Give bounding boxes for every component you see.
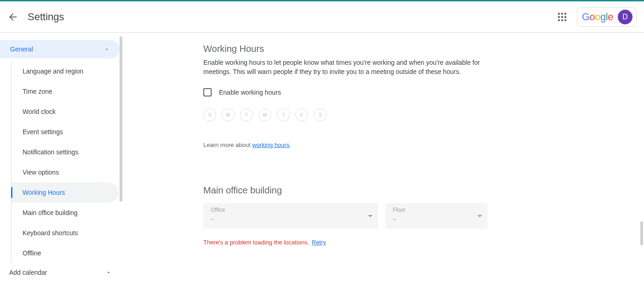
section-title-main-office: Main office building — [203, 185, 629, 196]
working-hours-link[interactable]: working hours — [252, 142, 289, 148]
header-right: Google D — [553, 7, 637, 27]
day-toggle-sat: S — [314, 108, 327, 121]
location-error-row: There's a problem loading the locations.… — [203, 239, 629, 246]
day-toggle-thu: T — [277, 108, 290, 121]
back-button[interactable] — [7, 11, 18, 23]
dropdown-caret-icon — [477, 215, 482, 217]
sidebar-item-label: View options — [23, 169, 59, 176]
day-toggle-mon: M — [222, 108, 235, 121]
day-toggle-fri: F — [295, 108, 308, 121]
apps-grid-icon — [558, 13, 566, 21]
sidebar-item-label: Main office building — [23, 209, 78, 216]
enable-working-hours-label: Enable working hours — [219, 89, 281, 96]
sidebar-item-keyboard-shortcuts[interactable]: Keyboard shortcuts — [12, 223, 119, 243]
enable-working-hours-checkbox[interactable] — [203, 88, 212, 96]
retry-link[interactable]: Retry — [312, 239, 326, 246]
google-logo: Google — [582, 11, 613, 23]
sidebar-item-offline[interactable]: Offline — [12, 243, 119, 263]
sidebar-item-main-office-building[interactable]: Main office building — [12, 203, 119, 223]
sidebar-item-label: Working Hours — [23, 189, 65, 196]
chevron-down-icon — [105, 269, 112, 276]
learn-more-text: Learn more about working hours. — [203, 142, 629, 148]
office-dropdown-value: – — [211, 215, 373, 222]
chevron-up-icon — [103, 45, 110, 53]
content-area: General Language and region Time zone Wo… — [0, 33, 644, 283]
sidebar-item-language-and-region[interactable]: Language and region — [12, 61, 119, 81]
arrow-left-icon — [7, 11, 18, 23]
floor-dropdown-label: Floor — [393, 207, 482, 213]
enable-working-hours-row: Enable working hours — [203, 88, 629, 96]
section-title-working-hours: Working Hours — [203, 44, 629, 54]
sidebar-item-working-hours[interactable]: Working Hours — [12, 182, 119, 203]
sidebar-group-add-calendar[interactable]: Add calendar — [0, 263, 121, 276]
sidebar-item-label: Offline — [23, 249, 41, 257]
day-toggle-wed: W — [259, 108, 271, 121]
learn-prefix: Learn more about — [203, 142, 252, 148]
page-title: Settings — [28, 11, 64, 23]
header-left: Settings — [7, 11, 64, 23]
office-row: Office – Floor – — [203, 203, 629, 229]
sidebar-nav-list: Language and region Time zone World cloc… — [11, 61, 121, 263]
sidebar-item-label: Language and region — [23, 68, 83, 75]
floor-dropdown[interactable]: Floor – — [385, 203, 488, 229]
working-hours-description: Enable working hours to let people know … — [203, 58, 507, 76]
account-card[interactable]: Google D — [577, 7, 637, 27]
office-dropdown[interactable]: Office – — [203, 203, 378, 229]
learn-period: . — [289, 142, 291, 148]
add-calendar-label: Add calendar — [9, 269, 47, 276]
sidebar-item-world-clock[interactable]: World clock — [12, 102, 119, 122]
sidebar-group-general[interactable]: General — [0, 40, 120, 58]
sidebar-item-time-zone[interactable]: Time zone — [12, 81, 119, 102]
sidebar-item-label: Keyboard shortcuts — [23, 229, 78, 237]
sidebar-item-label: Time zone — [23, 88, 52, 95]
day-toggle-tue: T — [240, 108, 253, 121]
page-header: Settings Google D — [0, 1, 644, 33]
day-toggle-sun: S — [203, 108, 216, 121]
sidebar-group-label: General — [10, 45, 33, 53]
sidebar-item-label: Notification settings — [23, 148, 78, 156]
sidebar-item-label: World clock — [23, 108, 56, 115]
sidebar-item-event-settings[interactable]: Event settings — [12, 122, 119, 142]
location-error-message: There's a problem loading the locations. — [203, 239, 309, 246]
sidebar-item-label: Event settings — [23, 128, 63, 136]
sidebar-item-view-options[interactable]: View options — [12, 162, 119, 182]
weekday-row: S M T W T F S — [203, 108, 629, 121]
floor-dropdown-value: – — [393, 215, 482, 222]
dropdown-caret-icon — [368, 215, 373, 217]
google-apps-button[interactable] — [553, 8, 571, 26]
office-dropdown-label: Office — [211, 207, 373, 213]
main-scrollbar[interactable] — [640, 221, 643, 245]
sidebar: General Language and region Time zone Wo… — [0, 33, 121, 283]
main-panel: Working Hours Enable working hours to le… — [121, 33, 644, 283]
sidebar-item-notification-settings[interactable]: Notification settings — [12, 142, 119, 162]
avatar[interactable]: D — [618, 10, 632, 24]
